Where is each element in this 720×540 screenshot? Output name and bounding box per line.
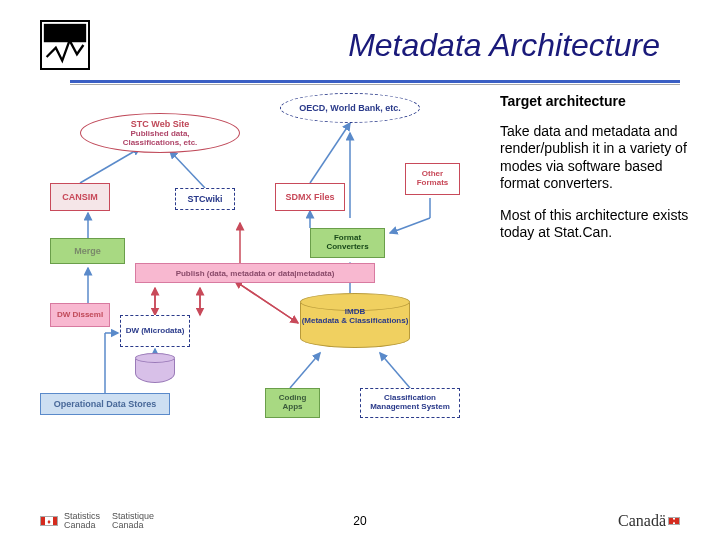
- imdb-title: IMDB: [300, 307, 410, 316]
- node-converters: Format Converters: [310, 228, 385, 258]
- svg-line-3: [310, 123, 350, 183]
- svg-line-1: [80, 148, 140, 183]
- node-other-formats: Other Formats: [405, 163, 460, 195]
- dwd-label: DW Disseml: [57, 311, 103, 320]
- sidebar-heading: Target architecture: [500, 93, 700, 111]
- ods-label: Operational Data Stores: [54, 399, 157, 409]
- sdmx-label: SDMX Files: [285, 192, 334, 202]
- stat-fr-2: Canada: [112, 520, 144, 530]
- svg-line-2: [170, 151, 205, 188]
- svg-line-22: [380, 353, 410, 388]
- canada-wordmark: Canadä ♦: [618, 512, 680, 530]
- cansim-label: CANSIM: [62, 192, 98, 202]
- footer-stat-fr: StatistiqueCanada: [112, 512, 154, 530]
- imdb-sub: (Metadata & Classifications): [300, 316, 410, 325]
- stat-en-2: Canada: [64, 520, 96, 530]
- architecture-diagram: STC Web Site Published data, Classificat…: [40, 93, 480, 453]
- oecd-label: OECD, World Bank, etc.: [281, 103, 419, 113]
- node-dw-microdata: DW (Microdata): [120, 315, 190, 347]
- node-coding-apps: Coding Apps: [265, 388, 320, 418]
- svg-line-21: [290, 353, 320, 388]
- node-imdb: IMDB(Metadata & Classifications): [300, 293, 410, 353]
- node-sdmx: SDMX Files: [275, 183, 345, 211]
- svg-line-17: [235, 281, 298, 323]
- node-microdata-store: [135, 353, 175, 385]
- page-title: Metadata Architecture: [110, 27, 680, 64]
- canada-flag-icon: ♦: [40, 516, 58, 526]
- stcwiki-label: STCwiki: [187, 194, 222, 204]
- sidebar-text: Target architecture Take data and metada…: [480, 93, 700, 453]
- sidebar-p1: Take data and metadata and render/publis…: [500, 123, 700, 193]
- wordmark-text: Canadä: [618, 512, 666, 530]
- other-label: Other Formats: [408, 170, 457, 188]
- node-oecd: OECD, World Bank, etc.: [280, 93, 420, 123]
- node-cansim: CANSIM: [50, 183, 110, 211]
- wordmark-flag-icon: ♦: [668, 517, 680, 525]
- footer-stat-en: StatisticsCanada: [64, 512, 100, 530]
- node-stc-website: STC Web Site Published data, Classificat…: [80, 113, 240, 153]
- stc-label: STC Web Site: [81, 119, 239, 129]
- stc-sublabel: Published data, Classifications, etc.: [81, 129, 239, 147]
- svg-line-16: [235, 281, 298, 323]
- svg-line-6: [390, 218, 430, 233]
- page-number: 20: [353, 514, 366, 528]
- sidebar-p2: Most of this architecture exists today a…: [500, 207, 700, 242]
- title-divider: [70, 80, 680, 83]
- coding-label: Coding Apps: [268, 394, 317, 412]
- logo-icon: [40, 20, 90, 70]
- converters-label: Format Converters: [313, 234, 382, 252]
- svg-rect-0: [44, 24, 86, 42]
- classif-label: Classification Management System: [363, 394, 457, 412]
- dwm-label: DW (Microdata): [126, 327, 185, 336]
- publish-label: Publish (data, metadata or data|metadata…: [176, 269, 335, 278]
- merge-label: Merge: [74, 246, 101, 256]
- footer: ♦ StatisticsCanada StatistiqueCanada 20 …: [0, 512, 720, 530]
- node-merge: Merge: [50, 238, 125, 264]
- node-stcwiki: STCwiki: [175, 188, 235, 210]
- node-dw-dissem: DW Disseml: [50, 303, 110, 327]
- node-publish: Publish (data, metadata or data|metadata…: [135, 263, 375, 283]
- node-ods: Operational Data Stores: [40, 393, 170, 415]
- node-classif-mgmt: Classification Management System: [360, 388, 460, 418]
